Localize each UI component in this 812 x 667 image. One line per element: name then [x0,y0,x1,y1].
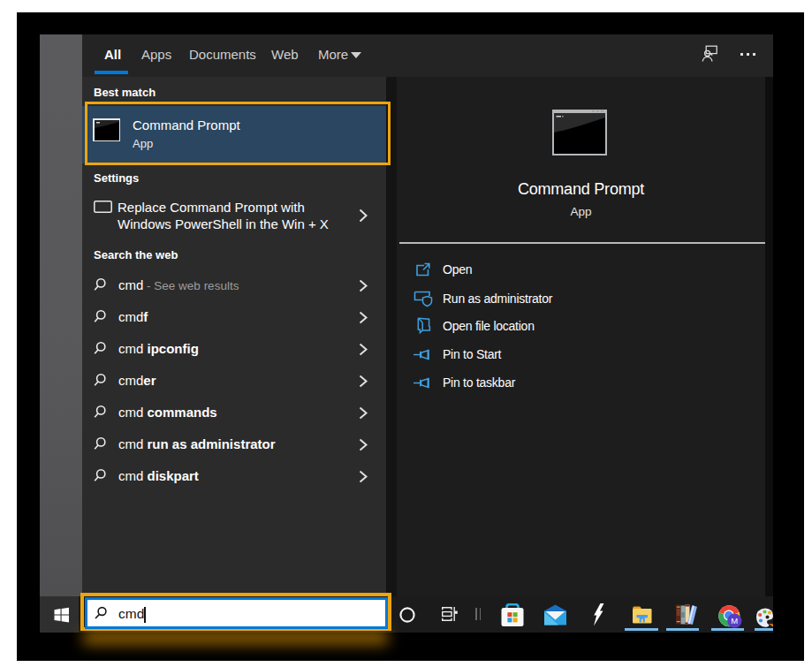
svg-text:M: M [731,616,738,625]
